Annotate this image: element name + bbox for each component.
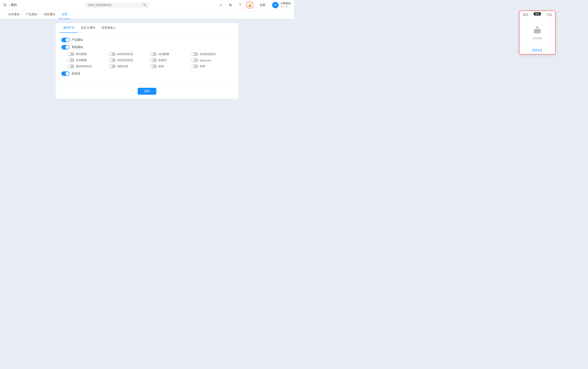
mms-status-toggle[interactable] <box>109 58 116 62</box>
subnav-tab-product[interactable]: 产品通知 <box>23 10 41 19</box>
back-button[interactable]: ‹ 通知 <box>9 3 17 7</box>
mms-status-label: 彩信发送状态 <box>117 58 133 62</box>
avatar: P <box>272 2 279 8</box>
group-label: 群组 <box>159 64 164 68</box>
system-notice-row: 系统通知 <box>61 45 233 50</box>
help-button[interactable]: ? <box>237 2 243 8</box>
auto-flow-label: 自动流 <box>71 72 80 75</box>
subnav: 全部通知 产品通知 系统通知 设置 <box>0 10 294 19</box>
system-notice-toggle[interactable] <box>61 45 70 50</box>
plus-button[interactable]: ＋ <box>217 2 224 8</box>
dept-label: 总部 <box>260 3 265 7</box>
save-area: 保存 <box>56 83 238 99</box>
auto-flow-toggle[interactable] <box>61 71 70 76</box>
subnav-tab-system[interactable]: 系统通知 <box>41 10 58 19</box>
header-left: ☰ ‹ 通知 <box>3 3 17 7</box>
main-content: 通知开关 自定义通知 设置接收人 产品通知 系统通知 邮件配额 <box>0 19 294 184</box>
list-item: 邮件发送状态 <box>109 52 150 56</box>
list-item: 邮件配额 <box>68 52 109 56</box>
sms-status-toggle[interactable] <box>191 52 198 56</box>
sms-quota-label: 短信配额 <box>159 52 169 56</box>
list-item: 权益码 <box>150 58 191 62</box>
list-item: 抽奖活动 <box>109 64 150 68</box>
header-right: ＋ ⚙ ? 🔔 总部 P 小树测试 TID: 29 <box>217 2 291 8</box>
email-quota-toggle[interactable] <box>68 52 74 56</box>
mms-quota-toggle[interactable] <box>68 58 74 62</box>
email-status-label: 邮件发送状态 <box>117 52 133 56</box>
system-notice-label: 系统通知 <box>71 45 83 49</box>
inner-tabs: 通知开关 自定义通知 设置接收人 <box>56 23 238 33</box>
lottery-toggle[interactable] <box>109 64 116 68</box>
save-button[interactable]: 保存 <box>138 88 156 95</box>
page-title: 通知 <box>11 3 17 7</box>
tab-custom-notification[interactable]: 自定义通知 <box>78 23 98 33</box>
header: ☰ ‹ 通知 🔍 ＋ ⚙ ? 🔔 总部 P 小树测试 <box>0 0 294 10</box>
product-notice-label: 产品通知 <box>71 38 83 42</box>
sms-status-label: 短信发送状态 <box>200 52 216 56</box>
tag-label: 标签 <box>200 64 205 68</box>
list-item: 标签 <box>191 64 233 68</box>
subnav-tab-settings[interactable]: 设置 <box>58 10 71 19</box>
divider2 <box>269 3 269 7</box>
group-toggle[interactable] <box>150 64 157 68</box>
list-item: 群组 <box>150 64 191 68</box>
rights-code-toggle[interactable] <box>150 58 157 62</box>
user-section[interactable]: P 小树测试 TID: 29 <box>272 2 291 8</box>
auto-flow-row: 自动流 <box>61 71 233 76</box>
sms-quota-toggle[interactable] <box>150 52 157 56</box>
tab-notification-switch[interactable]: 通知开关 <box>60 23 78 33</box>
email-quota-label: 邮件配额 <box>76 52 87 56</box>
user-info: 小树测试 TID: 29 <box>280 2 291 8</box>
product-notice-row: 产品通知 <box>61 38 233 42</box>
app-push-toggle[interactable] <box>191 58 198 62</box>
gear-icon: ⚙ <box>229 3 232 7</box>
tag-toggle[interactable] <box>191 64 198 68</box>
email-status-toggle[interactable] <box>109 52 116 56</box>
tab-set-receiver[interactable]: 设置接收人 <box>98 23 119 33</box>
wechat-group-status-label: 微信群发状态 <box>76 64 92 68</box>
bell-icon: 🔔 <box>248 3 252 7</box>
search-bar[interactable]: 🔍 <box>85 2 150 8</box>
plus-icon: ＋ <box>219 2 223 8</box>
list-item: 短信配额 <box>150 52 191 56</box>
settings-card: 通知开关 自定义通知 设置接收人 产品通知 系统通知 邮件配额 <box>56 23 238 99</box>
product-notice-toggle[interactable] <box>61 38 70 42</box>
subnav-tab-all[interactable]: 全部通知 <box>5 10 23 19</box>
app-push-label: App push <box>200 59 211 62</box>
list-item: 彩信发送状态 <box>109 58 150 62</box>
list-item: 短信发送状态 <box>191 52 233 56</box>
list-item: 微信群发状态 <box>68 64 109 68</box>
settings-button[interactable]: ⚙ <box>227 2 233 8</box>
search-input[interactable] <box>88 3 141 7</box>
back-arrow-icon: ‹ <box>9 3 10 7</box>
search-icon: 🔍 <box>143 3 146 7</box>
rights-code-label: 权益码 <box>159 58 166 62</box>
header-center: 🔍 <box>17 2 217 8</box>
menu-icon[interactable]: ☰ <box>3 3 7 7</box>
toggle-section: 产品通知 系统通知 邮件配额 邮件发送状态 短信配额 <box>56 33 238 83</box>
list-item: App push <box>191 58 233 62</box>
list-item: 彩信配额 <box>68 58 109 62</box>
help-icon: ? <box>239 3 241 7</box>
sub-toggles-grid: 邮件配额 邮件发送状态 短信配额 短信发送状态 彩信配额 <box>61 52 233 68</box>
user-id: TID: 29 <box>280 5 291 8</box>
bell-button[interactable]: 🔔 <box>247 2 253 8</box>
mms-quota-label: 彩信配额 <box>76 58 87 62</box>
wechat-group-status-toggle[interactable] <box>68 64 74 68</box>
user-name: 小树测试 <box>280 2 291 5</box>
lottery-label: 抽奖活动 <box>117 64 128 68</box>
divider <box>256 3 256 7</box>
